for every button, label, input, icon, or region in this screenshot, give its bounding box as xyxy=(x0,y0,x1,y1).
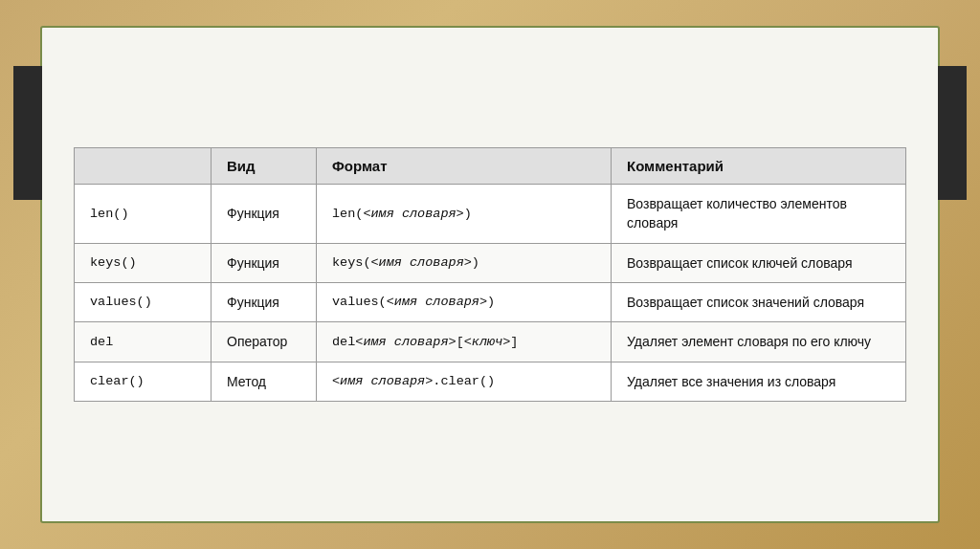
row-name: clear() xyxy=(75,362,212,401)
row-format: keys(<имя словаря>) xyxy=(317,243,612,282)
row-comment: Удаляет все значения из словаря xyxy=(612,362,906,401)
row-comment: Удаляет элемент словаря по его ключу xyxy=(612,322,906,362)
row-comment: Возвращает список ключей словаря xyxy=(612,243,906,282)
row-type: Функция xyxy=(212,243,317,282)
header-comment: Комментарий xyxy=(612,148,906,185)
row-name: del xyxy=(75,322,212,362)
table-wrapper: Вид Формат Комментарий len() Функция len… xyxy=(61,47,919,502)
row-comment: Возвращает количество элементов словаря xyxy=(612,185,906,244)
row-type: Функция xyxy=(212,283,317,322)
table-row: clear() Метод <имя словаря>.clear() Удал… xyxy=(75,362,906,401)
row-type: Оператор xyxy=(212,322,317,362)
row-type: Метод xyxy=(212,362,317,401)
table-row: values() Функция values(<имя словаря>) В… xyxy=(75,283,906,322)
row-format: len(<имя словаря>) xyxy=(317,185,612,244)
table-row: len() Функция len(<имя словаря>) Возвращ… xyxy=(75,185,906,244)
row-name: keys() xyxy=(75,243,212,282)
header-type: Вид xyxy=(212,148,317,185)
header-format: Формат xyxy=(317,148,612,185)
row-type: Функция xyxy=(212,185,317,244)
page-container: Вид Формат Комментарий len() Функция len… xyxy=(40,26,940,523)
row-name: values() xyxy=(75,283,212,322)
row-format: <имя словаря>.clear() xyxy=(317,362,612,401)
table-header-row: Вид Формат Комментарий xyxy=(75,148,906,185)
table-row: del Оператор del<имя словаря>[<ключ>] Уд… xyxy=(75,322,906,362)
header-name xyxy=(75,148,212,185)
main-table: Вид Формат Комментарий len() Функция len… xyxy=(74,147,906,402)
row-format: del<имя словаря>[<ключ>] xyxy=(317,322,612,362)
table-row: keys() Функция keys(<имя словаря>) Возвр… xyxy=(75,243,906,282)
row-comment: Возвращает список значений словаря xyxy=(612,283,906,322)
row-name: len() xyxy=(75,185,212,244)
row-format: values(<имя словаря>) xyxy=(317,283,612,322)
